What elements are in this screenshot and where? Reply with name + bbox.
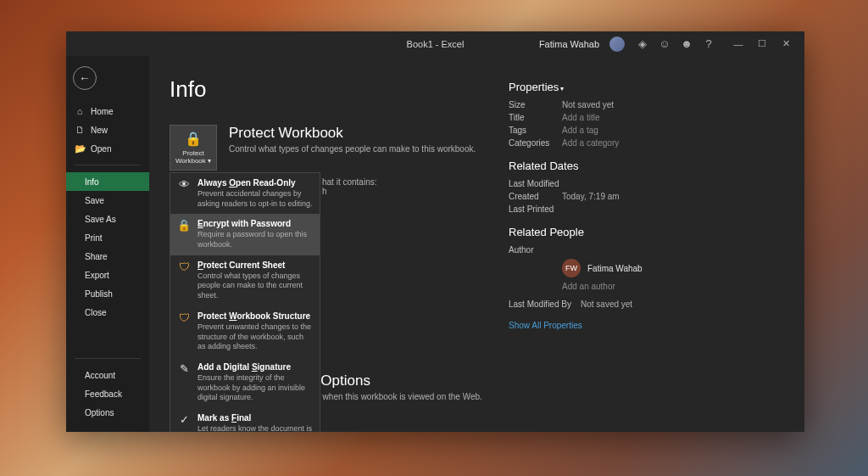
inspect-partial-text: hat it contains: h <box>322 177 509 196</box>
new-icon: 🗋 <box>75 125 85 135</box>
prop-last-modified: Last Modified <box>509 179 643 188</box>
document-title: Book1 - Excel <box>407 39 465 49</box>
protect-section: 🔒 Protect Workbook ▾ Protect Workbook Co… <box>170 125 509 171</box>
help-icon[interactable]: ? <box>698 31 720 56</box>
author-name: Fatima Wahab <box>587 264 643 273</box>
nav-export[interactable]: Export <box>66 266 149 284</box>
lock-icon: 🔒 <box>185 131 202 147</box>
page-title: Info <box>170 76 509 103</box>
protect-workbook-button[interactable]: 🔒 Protect Workbook ▾ <box>170 125 217 171</box>
divider <box>75 165 141 165</box>
excel-backstage-window: Book1 - Excel Fatima Wahab ◈ ☺ ☻ ? — ☐ ✕… <box>66 31 804 432</box>
nav-new[interactable]: 🗋New <box>66 120 149 139</box>
shield-icon: 🛡 <box>177 260 191 301</box>
back-button[interactable]: ← <box>73 66 97 90</box>
smiley-icon[interactable]: ☺ <box>654 31 676 56</box>
nav-info[interactable]: Info <box>66 172 149 191</box>
backstage-sidebar: ← ⌂Home 🗋New 📂Open Info Save Save As Pri… <box>66 56 149 432</box>
nav-save[interactable]: Save <box>66 191 149 210</box>
home-icon: ⌂ <box>75 106 85 116</box>
check-icon: ✓ <box>177 413 191 432</box>
titlebar: Book1 - Excel Fatima Wahab ◈ ☺ ☻ ? — ☐ ✕ <box>66 31 804 56</box>
open-icon: 📂 <box>75 143 85 154</box>
prop-author: Author <box>509 245 643 255</box>
info-content: Info 🔒 Protect Workbook ▾ Protect Workbo… <box>149 56 804 432</box>
nav-print[interactable]: Print <box>66 228 149 247</box>
eye-icon: 👁 <box>177 178 191 209</box>
related-dates-title: Related Dates <box>509 160 643 172</box>
show-all-properties[interactable]: Show All Properties <box>509 321 643 330</box>
protect-desc: Control what types of changes people can… <box>229 144 509 154</box>
prop-tags[interactable]: TagsAdd a tag <box>509 126 643 135</box>
dropdown-protect-sheet[interactable]: 🛡 Protect Current Sheet Control what typ… <box>170 255 320 306</box>
add-author[interactable]: Add an author <box>562 282 643 291</box>
protect-title: Protect Workbook <box>229 125 509 142</box>
lock-icon: 🔒 <box>177 219 191 249</box>
prop-modified-by: Last Modified ByNot saved yet <box>509 300 643 309</box>
shield-icon: 🛡 <box>177 311 191 352</box>
nav-save-as[interactable]: Save As <box>66 210 149 228</box>
nav-home[interactable]: ⌂Home <box>66 102 149 120</box>
nav-close[interactable]: Close <box>66 303 149 322</box>
nav-account[interactable]: Account <box>66 366 149 384</box>
close-button[interactable]: ✕ <box>774 31 798 56</box>
user-name[interactable]: Fatima Wahab <box>539 39 599 49</box>
prop-last-printed: Last Printed <box>509 204 643 214</box>
properties-header[interactable]: Properties <box>509 81 643 93</box>
nav-options[interactable]: Options <box>66 403 149 422</box>
dropdown-mark-final[interactable]: ✓ Mark as Final Let readers know the doc… <box>170 408 320 432</box>
dropdown-digital-signature[interactable]: ✎ Add a Digital Signature Ensure the int… <box>170 357 320 408</box>
properties-panel: Properties SizeNot saved yet TitleAdd a … <box>509 76 643 432</box>
signature-icon: ✎ <box>177 362 191 403</box>
dropdown-encrypt[interactable]: 🔒 Encrypt with Password Require a passwo… <box>170 214 320 255</box>
account-icon[interactable]: ☻ <box>676 31 698 56</box>
dropdown-protect-structure[interactable]: 🛡 Protect Workbook Structure Prevent unw… <box>170 306 320 357</box>
prop-size: SizeNot saved yet <box>509 100 643 109</box>
nav-publish[interactable]: Publish <box>66 284 149 303</box>
nav-feedback[interactable]: Feedback <box>66 384 149 403</box>
user-avatar[interactable] <box>609 36 625 52</box>
prop-categories[interactable]: CategoriesAdd a category <box>509 138 643 148</box>
nav-share[interactable]: Share <box>66 247 149 266</box>
author-avatar: FW <box>562 259 581 277</box>
minimize-button[interactable]: — <box>726 31 750 56</box>
prop-created: CreatedToday, 7:19 am <box>509 192 643 201</box>
nav-open[interactable]: 📂Open <box>66 139 149 158</box>
diamond-icon[interactable]: ◈ <box>632 31 654 56</box>
protect-dropdown: 👁 Always Open Read-Only Prevent accident… <box>170 172 320 432</box>
author-row[interactable]: FW Fatima Wahab <box>562 259 643 277</box>
maximize-button[interactable]: ☐ <box>750 31 774 56</box>
dropdown-read-only[interactable]: 👁 Always Open Read-Only Prevent accident… <box>170 173 320 214</box>
divider <box>75 358 141 359</box>
related-people-title: Related People <box>509 226 643 238</box>
prop-title[interactable]: TitleAdd a title <box>509 113 643 122</box>
